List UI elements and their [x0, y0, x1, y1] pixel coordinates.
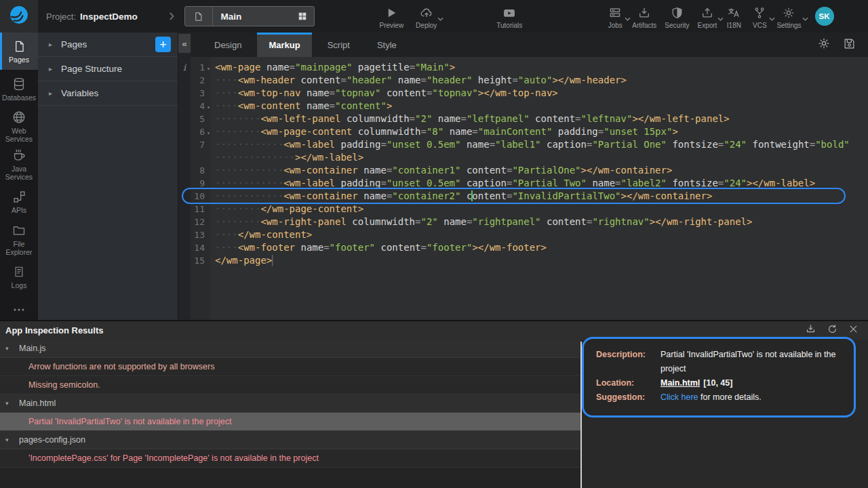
- tooltip-suggestion-value: Click here for more details.: [660, 390, 762, 405]
- caret-down-icon: [437, 12, 443, 24]
- code-text: ····<wm-content name="content">: [212, 100, 392, 113]
- code-text: ············<wm-container name="containe…: [212, 190, 712, 203]
- code-text: ····<wm-header content="header" name="he…: [212, 74, 627, 87]
- add-page-button[interactable]: +: [155, 37, 171, 52]
- issue-row[interactable]: 'IncompletePage.css' for Page 'Incomplet…: [0, 449, 582, 468]
- code-text: ········<wm-page-content columnwidth="8"…: [212, 125, 678, 138]
- indent-dots: ····: [215, 75, 238, 85]
- line-number: 13: [191, 228, 205, 241]
- chevron-right-icon: ▸: [49, 89, 52, 97]
- code-token: fontsize: [672, 139, 717, 150]
- save-icon[interactable]: [843, 37, 856, 53]
- code-token: ></wm-footer>: [472, 242, 547, 253]
- collapse-panel-button[interactable]: «: [178, 34, 191, 53]
- code-token: "24": [724, 178, 747, 188]
- fold-marker-icon[interactable]: ▾: [205, 61, 212, 74]
- sidebar-item-apis[interactable]: APIs: [0, 183, 38, 220]
- sidebar-item-databases[interactable]: Databases: [0, 70, 38, 107]
- sidebar-item-java-services[interactable]: Java Services: [0, 145, 38, 182]
- code-text: ····</wm-content>: [212, 228, 312, 241]
- topbar-action-settings[interactable]: Settings: [775, 0, 802, 33]
- code-editor[interactable]: 1▾<wm-page name="mainpage" pagetitle="Ma…: [191, 57, 868, 320]
- topbar-action-export[interactable]: Export: [696, 0, 718, 33]
- sidebar-item-more[interactable]: [0, 300, 38, 320]
- fold-marker-icon[interactable]: ▾: [205, 125, 212, 138]
- code-token: "unset 0.5em": [387, 139, 461, 150]
- editor: DesignMarkupScriptStyle 1▾<wm-page name=…: [191, 33, 868, 320]
- tab-script[interactable]: Script: [316, 33, 361, 57]
- fold-marker-icon[interactable]: ▾: [205, 100, 212, 113]
- tooltip-location-value: Main.html[10, 45]: [660, 376, 732, 390]
- close-icon[interactable]: [848, 324, 859, 337]
- code-token: "footer": [330, 242, 375, 253]
- code-token: ></wm-label>: [295, 152, 363, 163]
- panel-section-label: Pages: [61, 39, 155, 49]
- fold-spacer: [205, 216, 212, 228]
- issue-row[interactable]: Missing semicolon.: [0, 376, 582, 394]
- refresh-icon[interactable]: [827, 323, 838, 338]
- code-token: name: [467, 139, 490, 150]
- project-info: Project: InspectDemo: [46, 12, 138, 22]
- sidebar-item-logs[interactable]: Logs: [0, 258, 38, 296]
- topbar-action-vcs[interactable]: VCS: [749, 0, 770, 33]
- sidebar-item-label: File Explorer: [0, 240, 38, 256]
- code-token: name: [438, 113, 461, 124]
- sidebar-item-label: Pages: [9, 56, 29, 64]
- topbar-action-jobs[interactable]: Jobs: [605, 0, 625, 33]
- topbar-action-label: Preview: [380, 22, 404, 29]
- grid-icon[interactable]: [291, 12, 314, 21]
- code-line-13: 13····</wm-content>: [191, 228, 868, 241]
- tooltip-suggestion-link[interactable]: Click here: [660, 392, 698, 402]
- code-token: "unset 15px": [604, 126, 672, 137]
- topbar-action-security[interactable]: Security: [663, 0, 690, 33]
- sidebar-item-web-services[interactable]: Web Services: [0, 108, 38, 145]
- panel-section-pages[interactable]: ▸Pages+: [38, 33, 178, 57]
- code-text: ········<wm-right-panel columnwidth="2" …: [212, 216, 752, 228]
- pages-icon: [13, 39, 26, 54]
- sidebar-item-label: APIs: [12, 206, 26, 214]
- sidebar-item-file-explorer[interactable]: File Explorer: [0, 220, 38, 258]
- code-token: ></wm-right-panel>: [650, 216, 753, 227]
- code-token: name: [398, 75, 421, 85]
- app-logo[interactable]: [0, 0, 38, 33]
- issue-row[interactable]: Arrow functions are not supported by all…: [0, 358, 582, 376]
- section-main-js[interactable]: ▾Main.js: [0, 340, 582, 358]
- line-number: 5: [191, 113, 205, 125]
- gear-icon[interactable]: [817, 37, 831, 53]
- topbar-action-i18n[interactable]: I18N: [724, 0, 744, 33]
- download-icon[interactable]: [805, 323, 816, 338]
- line-number: 4: [191, 100, 205, 113]
- issue-row[interactable]: Partial 'InvalidPartialTwo' is not avail…: [0, 413, 582, 431]
- tab-markup[interactable]: Markup: [257, 33, 311, 57]
- line-number: 7: [191, 138, 205, 151]
- tab-design[interactable]: Design: [203, 33, 253, 57]
- topbar-action-deploy[interactable]: Deploy: [414, 0, 438, 33]
- panel-section-page-structure[interactable]: ▸Page Structure: [38, 57, 178, 81]
- sidebar-item-pages[interactable]: Pages: [0, 33, 38, 70]
- tab-style[interactable]: Style: [366, 33, 408, 57]
- chevron-down-icon: ▾: [5, 400, 19, 407]
- code-token: <wm-footer: [238, 242, 295, 253]
- code-line-3: 3····<wm-top-nav name="topnav" content="…: [191, 87, 868, 100]
- tooltip-location-file[interactable]: Main.html: [660, 378, 700, 388]
- section-pages-config-json[interactable]: ▾pages-config.json: [0, 431, 582, 449]
- code-token: "2": [420, 216, 437, 227]
- topbar-action-tutorials[interactable]: Tutorials: [495, 0, 524, 33]
- avatar[interactable]: SK: [815, 7, 834, 26]
- info-icon[interactable]: i: [178, 62, 191, 73]
- chevron-down-icon: ▾: [5, 345, 19, 352]
- code-token: name: [443, 216, 467, 227]
- section-main-html[interactable]: ▾Main.html: [0, 394, 582, 413]
- sidebar-item-label: Web Services: [0, 127, 38, 143]
- code-token: <wm-container: [283, 165, 358, 176]
- code-token: padding: [558, 126, 598, 137]
- topbar-action-artifacts[interactable]: Artifacts: [631, 0, 658, 33]
- panel-section-variables[interactable]: ▸Variables: [38, 81, 178, 106]
- code-token: =: [598, 126, 604, 137]
- sidebar-item-label: Logs: [12, 281, 27, 289]
- code-token: =: [461, 113, 467, 124]
- fold-spacer: [205, 74, 212, 87]
- code-token: ▏: [272, 255, 277, 266]
- topbar-action-preview[interactable]: Preview: [378, 0, 406, 33]
- page-tab-main[interactable]: Main: [184, 6, 315, 26]
